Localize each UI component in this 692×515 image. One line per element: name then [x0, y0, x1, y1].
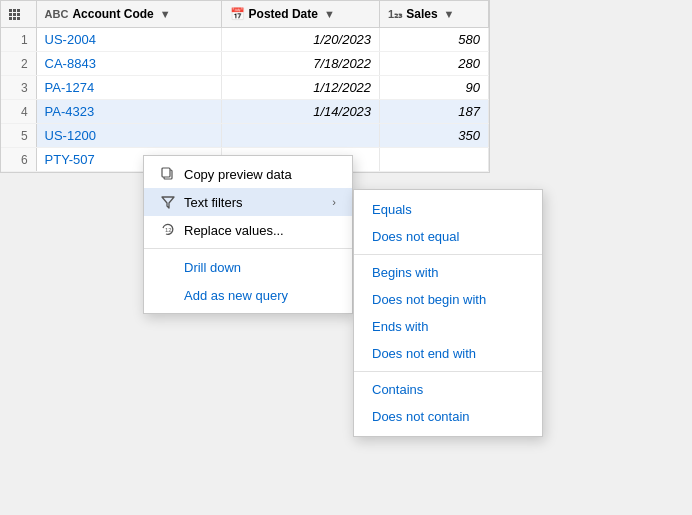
copy-icon — [160, 166, 176, 182]
add-query-item[interactable]: Add as new query — [144, 281, 352, 309]
svg-text:12: 12 — [165, 227, 172, 233]
number-icon: 1₂₃ — [388, 8, 402, 21]
row-number: 2 — [1, 52, 36, 76]
row-number: 3 — [1, 76, 36, 100]
calendar-icon: 📅 — [230, 7, 245, 21]
row-number: 4 — [1, 100, 36, 124]
sales-cell — [380, 148, 489, 172]
text-filters-label: Text filters — [184, 195, 243, 210]
sales-cell: 580 — [380, 28, 489, 52]
posted-date-label: Posted Date — [249, 7, 318, 21]
text-filters-chevron: › — [332, 196, 336, 208]
not-contain-label: Does not contain — [372, 409, 470, 424]
account-code-cell: US-2004 — [36, 28, 221, 52]
sales-cell: 350 — [380, 124, 489, 148]
sales-filter-btn[interactable]: ▼ — [442, 8, 457, 20]
replace-values-label: Replace values... — [184, 223, 284, 238]
replace-icon: 12 — [160, 222, 176, 238]
contains-label: Contains — [372, 382, 423, 397]
sales-cell: 187 — [380, 100, 489, 124]
text-filters-submenu: Equals Does not equal Begins with Does n… — [353, 189, 543, 437]
not-end-item[interactable]: Does not end with — [354, 340, 542, 367]
text-filters-item[interactable]: Text filters › — [144, 188, 352, 216]
ends-with-label: Ends with — [372, 319, 428, 334]
account-code-cell: PA-1274 — [36, 76, 221, 100]
copy-preview-item[interactable]: Copy preview data — [144, 160, 352, 188]
account-code-cell: US-1200 — [36, 124, 221, 148]
not-equal-label: Does not equal — [372, 229, 459, 244]
table-row: 2CA-88437/18/2022280 — [1, 52, 489, 76]
contains-item[interactable]: Contains — [354, 376, 542, 403]
begins-with-item[interactable]: Begins with — [354, 259, 542, 286]
not-equal-item[interactable]: Does not equal — [354, 223, 542, 250]
drill-down-item[interactable]: Drill down — [144, 253, 352, 281]
add-query-label: Add as new query — [184, 288, 288, 303]
posted-date-filter-btn[interactable]: ▼ — [322, 8, 337, 20]
posted-date-cell: 1/14/2023 — [221, 100, 379, 124]
equals-label: Equals — [372, 202, 412, 217]
table-row: 4PA-43231/14/2023187 — [1, 100, 489, 124]
submenu-separator-2 — [354, 371, 542, 372]
posted-date-header: 📅 Posted Date ▼ — [221, 1, 379, 28]
row-number-header — [1, 1, 36, 28]
account-code-cell: CA-8843 — [36, 52, 221, 76]
copy-preview-label: Copy preview data — [184, 167, 292, 182]
sales-cell: 90 — [380, 76, 489, 100]
account-code-cell: PA-4323 — [36, 100, 221, 124]
drill-down-label: Drill down — [184, 260, 241, 275]
table-row: 5US-1200350 — [1, 124, 489, 148]
not-end-label: Does not end with — [372, 346, 476, 361]
grid-icon — [9, 9, 20, 20]
table-row: 1US-20041/20/2023580 — [1, 28, 489, 52]
replace-values-item[interactable]: 12 Replace values... — [144, 216, 352, 244]
row-number: 1 — [1, 28, 36, 52]
row-number: 6 — [1, 148, 36, 172]
account-code-label: Account Code — [72, 7, 153, 21]
posted-date-cell: 1/12/2022 — [221, 76, 379, 100]
add-query-icon — [160, 287, 176, 303]
sales-header: 1₂₃ Sales ▼ — [380, 1, 489, 28]
svg-rect-1 — [162, 168, 170, 177]
posted-date-cell: 1/20/2023 — [221, 28, 379, 52]
row-number: 5 — [1, 124, 36, 148]
table-row: 3PA-12741/12/202290 — [1, 76, 489, 100]
submenu-separator-1 — [354, 254, 542, 255]
context-menu: Copy preview data Text filters › 12 Repl… — [143, 155, 353, 314]
abc-icon: ABC — [45, 8, 69, 20]
not-contain-item[interactable]: Does not contain — [354, 403, 542, 430]
menu-separator-1 — [144, 248, 352, 249]
sales-cell: 280 — [380, 52, 489, 76]
not-begin-item[interactable]: Does not begin with — [354, 286, 542, 313]
svg-marker-2 — [162, 197, 174, 208]
equals-item[interactable]: Equals — [354, 196, 542, 223]
account-code-filter-btn[interactable]: ▼ — [158, 8, 173, 20]
posted-date-cell: 7/18/2022 — [221, 52, 379, 76]
sales-label: Sales — [406, 7, 437, 21]
not-begin-label: Does not begin with — [372, 292, 486, 307]
data-table: ABC Account Code ▼ 📅 Posted Date ▼ 1₂₃ — [0, 0, 490, 173]
filter-icon — [160, 194, 176, 210]
account-code-header: ABC Account Code ▼ — [36, 1, 221, 28]
begins-with-label: Begins with — [372, 265, 438, 280]
drill-down-icon — [160, 259, 176, 275]
ends-with-item[interactable]: Ends with — [354, 313, 542, 340]
posted-date-cell — [221, 124, 379, 148]
